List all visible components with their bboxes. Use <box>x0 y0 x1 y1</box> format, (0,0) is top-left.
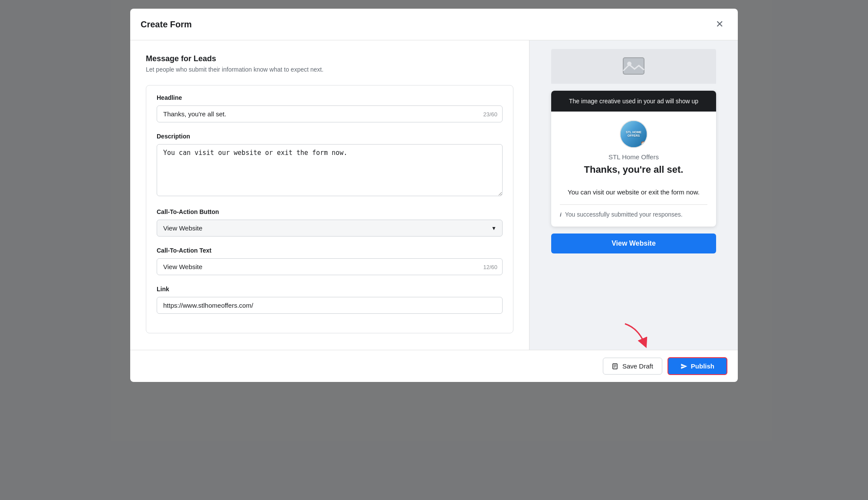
preview-card: The image creative used in your ad will … <box>551 91 716 227</box>
description-field-group: Description <box>157 133 503 198</box>
save-draft-button[interactable]: Save Draft <box>603 358 662 375</box>
form-card: Headline 23/60 Description Call-To-Actio <box>146 85 513 333</box>
modal-overlay: Create Form ✕ Message for Leads Let peop… <box>0 0 868 500</box>
headline-label: Headline <box>157 94 503 101</box>
description-label: Description <box>157 133 503 140</box>
preview-view-website-button[interactable]: View Website <box>551 234 716 253</box>
link-input[interactable] <box>157 297 503 314</box>
section-subtitle: Let people who submit their information … <box>146 66 513 73</box>
cta-text-input-wrapper: 12/60 <box>157 258 503 275</box>
headline-input-wrapper: 23/60 <box>157 105 503 122</box>
cta-button-label: Call-To-Action Button <box>157 208 503 215</box>
link-label: Link <box>157 286 503 293</box>
modal-title: Create Form <box>141 20 192 30</box>
right-panel: The image creative used in your ad will … <box>529 40 738 350</box>
preview-success-area: i You successfully submitted your respon… <box>551 211 716 227</box>
link-input-wrapper <box>157 297 503 314</box>
svg-rect-0 <box>623 58 644 74</box>
cta-button-select-wrapper: View Website ▼ <box>157 220 503 237</box>
close-icon: ✕ <box>716 19 723 30</box>
info-icon: i <box>560 211 562 218</box>
left-panel: Message for Leads Let people who submit … <box>130 40 529 350</box>
modal-footer: Save Draft Publish <box>130 350 738 382</box>
headline-field-group: Headline 23/60 <box>157 94 503 122</box>
preview-image-notice: The image creative used in your ad will … <box>551 91 716 112</box>
cta-text-char-count: 12/60 <box>483 263 497 270</box>
success-text: You successfully submitted your response… <box>565 211 683 218</box>
section-title: Message for Leads <box>146 54 513 63</box>
publish-button[interactable]: Publish <box>667 357 727 375</box>
modal-body: Message for Leads Let people who submit … <box>130 40 738 350</box>
preview-headline: Thanks, you're all set. <box>577 164 690 175</box>
modal-header: Create Form ✕ <box>130 9 738 40</box>
send-icon <box>681 363 687 370</box>
draft-icon <box>612 363 619 370</box>
link-field-group: Link <box>157 286 503 314</box>
company-name: STL Home Offers <box>608 153 659 161</box>
publish-label: Publish <box>691 362 714 370</box>
cta-button-select[interactable]: View Website <box>157 220 503 237</box>
cta-text-input[interactable] <box>157 258 503 275</box>
cta-text-field-group: Call-To-Action Text 12/60 <box>157 247 503 275</box>
save-draft-label: Save Draft <box>622 362 653 370</box>
preview-logo-area: STL HOMEOFFERS 🏠 STL Home Offers Thanks,… <box>551 112 716 188</box>
preview-description: You can visit our website or exit the fo… <box>551 188 716 204</box>
company-logo: STL HOMEOFFERS 🏠 <box>620 120 648 148</box>
cta-text-label: Call-To-Action Text <box>157 247 503 254</box>
close-button[interactable]: ✕ <box>712 16 727 32</box>
image-icon-area <box>551 49 716 84</box>
headline-input[interactable] <box>157 105 503 122</box>
cta-button-field-group: Call-To-Action Button View Website ▼ <box>157 208 503 237</box>
headline-char-count: 23/60 <box>483 111 497 117</box>
image-placeholder-icon <box>621 54 646 79</box>
preview-divider <box>560 204 707 205</box>
create-form-modal: Create Form ✕ Message for Leads Let peop… <box>130 9 738 382</box>
description-textarea[interactable] <box>157 144 503 196</box>
